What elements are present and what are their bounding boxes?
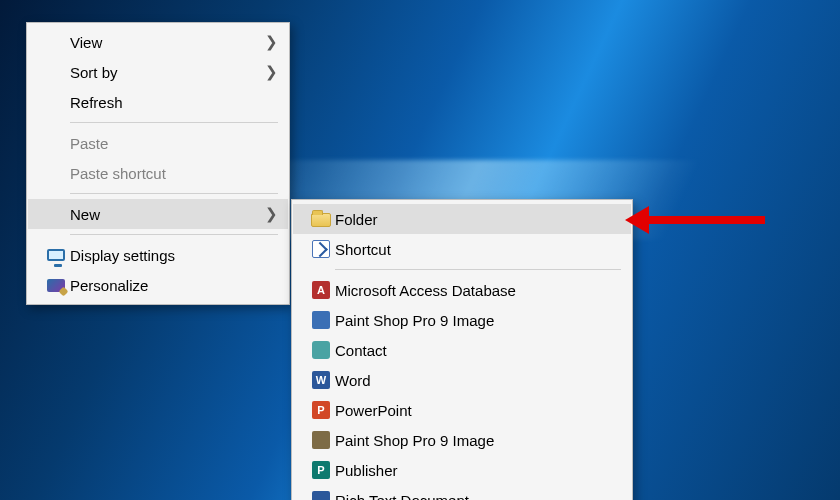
submenu-word-label: Word — [335, 372, 621, 389]
contact-icon — [307, 341, 335, 359]
chevron-right-icon: ❯ — [262, 205, 278, 223]
menu-refresh-label: Refresh — [70, 94, 262, 111]
submenu-powerpoint[interactable]: P PowerPoint — [293, 395, 631, 425]
menu-display-label: Display settings — [70, 247, 262, 264]
submenu-rich-text[interactable]: Rich Text Document — [293, 485, 631, 500]
new-submenu: Folder Shortcut A Microsoft Access Datab… — [291, 199, 633, 500]
submenu-psp-image-2[interactable]: Paint Shop Pro 9 Image — [293, 425, 631, 455]
menu-new-label: New — [70, 206, 262, 223]
submenu-pub-label: Publisher — [335, 462, 621, 479]
submenu-psp-image[interactable]: Paint Shop Pro 9 Image — [293, 305, 631, 335]
submenu-shortcut-label: Shortcut — [335, 241, 621, 258]
folder-icon — [307, 211, 335, 227]
access-icon: A — [307, 281, 335, 299]
menu-view[interactable]: View ❯ — [28, 27, 288, 57]
submenu-rtf-label: Rich Text Document — [335, 492, 621, 501]
submenu-psp2-label: Paint Shop Pro 9 Image — [335, 432, 621, 449]
menu-paste-shortcut-label: Paste shortcut — [70, 165, 262, 182]
menu-sort-label: Sort by — [70, 64, 262, 81]
submenu-contact[interactable]: Contact — [293, 335, 631, 365]
image-file-icon — [307, 431, 335, 449]
chevron-right-icon: ❯ — [262, 33, 278, 51]
chevron-right-icon: ❯ — [262, 63, 278, 81]
menu-personalize[interactable]: Personalize — [28, 270, 288, 300]
submenu-shortcut[interactable]: Shortcut — [293, 234, 631, 264]
menu-view-label: View — [70, 34, 262, 51]
menu-paste: Paste — [28, 128, 288, 158]
submenu-access-label: Microsoft Access Database — [335, 282, 621, 299]
image-file-icon — [307, 311, 335, 329]
menu-separator — [70, 193, 278, 194]
publisher-icon: P — [307, 461, 335, 479]
submenu-access[interactable]: A Microsoft Access Database — [293, 275, 631, 305]
menu-paste-label: Paste — [70, 135, 262, 152]
word-icon: W — [307, 371, 335, 389]
submenu-folder-label: Folder — [335, 211, 621, 228]
menu-personalize-label: Personalize — [70, 277, 262, 294]
display-icon — [42, 249, 70, 261]
menu-separator — [335, 269, 621, 270]
submenu-folder[interactable]: Folder — [293, 204, 631, 234]
menu-paste-shortcut: Paste shortcut — [28, 158, 288, 188]
submenu-publisher[interactable]: P Publisher — [293, 455, 631, 485]
powerpoint-icon: P — [307, 401, 335, 419]
rtf-icon — [307, 491, 335, 500]
submenu-contact-label: Contact — [335, 342, 621, 359]
submenu-word[interactable]: W Word — [293, 365, 631, 395]
windows-desktop[interactable]: View ❯ Sort by ❯ Refresh Paste Paste sho… — [0, 0, 840, 500]
menu-new[interactable]: New ❯ — [28, 199, 288, 229]
shortcut-icon — [307, 240, 335, 258]
menu-refresh[interactable]: Refresh — [28, 87, 288, 117]
annotation-arrow-icon — [625, 206, 775, 234]
submenu-psp-label: Paint Shop Pro 9 Image — [335, 312, 621, 329]
menu-display-settings[interactable]: Display settings — [28, 240, 288, 270]
menu-sort-by[interactable]: Sort by ❯ — [28, 57, 288, 87]
submenu-ppt-label: PowerPoint — [335, 402, 621, 419]
desktop-context-menu: View ❯ Sort by ❯ Refresh Paste Paste sho… — [26, 22, 290, 305]
menu-separator — [70, 234, 278, 235]
menu-separator — [70, 122, 278, 123]
personalize-icon — [42, 279, 70, 292]
